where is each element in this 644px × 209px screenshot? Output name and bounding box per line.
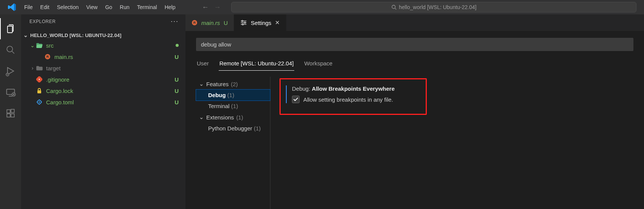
tree-file-cargo-lock[interactable]: Cargo.lock U — [21, 85, 185, 96]
highlight-annotation: Debug: Allow Breakpoints Everywhere Allo… — [280, 78, 427, 115]
chevron-down-icon: ⌄ — [29, 42, 36, 48]
git-status-badge: U — [224, 20, 228, 26]
settings-toc: ⌄ Features (2) Debug (1) Terminal (1) ⌄ — [185, 77, 270, 209]
search-icon — [391, 5, 397, 10]
chevron-right-icon: › — [29, 65, 36, 71]
svg-rect-11 — [7, 110, 10, 113]
setting-description: Allow setting breakpoints in any file. — [303, 96, 393, 103]
editor-group: R main.rs U Settings ✕ User Remote [WSL:… — [185, 14, 644, 209]
toc-item-terminal[interactable]: Terminal (1) — [196, 101, 270, 111]
svg-point-5 — [7, 74, 8, 75]
toc-group-features[interactable]: ⌄ Features (2) — [196, 78, 270, 90]
menu-selection[interactable]: Selection — [53, 2, 83, 12]
file-tree: ⌄ src R main.rs U › — [21, 40, 185, 108]
git-file-icon — [36, 76, 43, 82]
activity-search-icon[interactable] — [0, 39, 21, 60]
tree-folder-src[interactable]: ⌄ src — [21, 40, 185, 51]
tab-main-rs[interactable]: R main.rs U — [185, 14, 234, 31]
svg-line-3 — [12, 51, 14, 54]
setting-checkbox[interactable] — [292, 96, 300, 103]
git-status-badge: U — [175, 99, 179, 105]
close-tab-icon[interactable]: ✕ — [275, 19, 280, 26]
settings-results: Debug: Allow Breakpoints Everywhere Allo… — [270, 77, 644, 209]
menu-edit[interactable]: Edit — [37, 2, 53, 12]
settings-tab-icon — [240, 19, 247, 26]
menu-run[interactable]: Run — [116, 2, 133, 12]
svg-rect-12 — [7, 114, 10, 117]
activity-remote-icon[interactable] — [0, 82, 21, 103]
tree-label: .gitignore — [46, 76, 175, 83]
folder-open-icon — [36, 43, 43, 48]
scope-tab-user[interactable]: User — [196, 58, 210, 71]
menu-bar: File Edit Selection View Go Run Terminal… — [20, 2, 179, 12]
activity-explorer-icon[interactable] — [0, 18, 21, 39]
scope-tab-workspace[interactable]: Workspace — [303, 58, 333, 71]
setting-title: Debug: Allow Breakpoints Everywhere — [292, 85, 418, 92]
git-status-badge: U — [175, 88, 179, 94]
chevron-down-icon: ⌄ — [199, 114, 204, 121]
tree-file-cargo-toml[interactable]: Cargo.toml U — [21, 96, 185, 108]
svg-text:R: R — [46, 55, 49, 59]
rust-file-icon: R — [192, 20, 198, 26]
tree-label: main.rs — [54, 54, 175, 60]
toc-item-python-debugger[interactable]: Python Debugger (1) — [196, 123, 270, 134]
git-status-badge: U — [175, 76, 179, 83]
svg-rect-14 — [11, 109, 14, 113]
scope-tab-remote[interactable]: Remote [WSL: Ubuntu-22.04] — [219, 58, 295, 71]
editor-tabs: R main.rs U Settings ✕ — [185, 14, 644, 31]
activity-extensions-icon[interactable] — [0, 103, 21, 124]
tree-label: src — [46, 42, 176, 49]
menu-file[interactable]: File — [20, 2, 37, 12]
nav-arrows: ← → — [202, 3, 221, 11]
svg-point-0 — [392, 5, 395, 9]
gear-file-icon — [36, 99, 43, 105]
tree-file-gitignore[interactable]: .gitignore U — [21, 74, 185, 85]
nav-forward-icon[interactable]: → — [214, 3, 221, 11]
setting-allow-breakpoints-everywhere: Debug: Allow Breakpoints Everywhere Allo… — [286, 85, 418, 103]
toc-item-debug[interactable]: Debug (1) — [196, 90, 270, 101]
tab-settings[interactable]: Settings ✕ — [234, 14, 286, 31]
command-center-text: hello_world [WSL: Ubuntu-22.04] — [399, 4, 476, 10]
svg-rect-19 — [37, 90, 41, 93]
folder-icon — [36, 65, 43, 71]
git-status-badge: U — [175, 54, 179, 60]
command-center[interactable]: hello_world [WSL: Ubuntu-22.04] — [231, 2, 636, 12]
vscode-logo-icon — [8, 3, 17, 12]
tree-folder-target[interactable]: › target — [21, 62, 185, 74]
svg-point-2 — [7, 46, 12, 52]
svg-line-1 — [395, 8, 397, 10]
svg-text:R: R — [193, 21, 196, 25]
chevron-down-icon: ⌄ — [23, 32, 28, 38]
menu-view[interactable]: View — [82, 2, 101, 12]
explorer-more-icon[interactable]: ··· — [171, 17, 179, 25]
menu-help[interactable]: Help — [161, 2, 179, 12]
menu-go[interactable]: Go — [101, 2, 116, 12]
tree-label: target — [46, 65, 179, 71]
tab-label: Settings — [251, 20, 271, 26]
svg-point-31 — [242, 20, 243, 22]
svg-point-21 — [39, 101, 40, 103]
activity-run-debug-icon[interactable] — [0, 60, 21, 82]
svg-rect-13 — [11, 114, 14, 117]
nav-back-icon[interactable]: ← — [202, 3, 208, 11]
explorer-sidebar: EXPLORER ··· ⌄ HELLO_WORLD [WSL: UBUNTU-… — [21, 14, 185, 209]
chevron-down-icon: ⌄ — [199, 81, 204, 87]
explorer-folder-name: HELLO_WORLD [WSL: UBUNTU-22.04] — [30, 33, 121, 38]
explorer-title: EXPLORER — [29, 19, 56, 24]
menu-terminal[interactable]: Terminal — [133, 2, 161, 12]
title-bar: File Edit Selection View Go Run Terminal… — [0, 0, 644, 14]
tree-label: Cargo.toml — [46, 99, 175, 105]
svg-point-33 — [242, 24, 243, 25]
settings-search-input[interactable] — [196, 38, 633, 51]
settings-scope-tabs: User Remote [WSL: Ubuntu-22.04] Workspac… — [185, 58, 644, 71]
tree-label: Cargo.lock — [46, 88, 175, 94]
git-modified-dot-icon — [176, 44, 179, 47]
tab-label: main.rs — [201, 20, 220, 26]
toc-group-extensions[interactable]: ⌄ Extensions (1) — [196, 111, 270, 123]
explorer-folder-header[interactable]: ⌄ HELLO_WORLD [WSL: UBUNTU-22.04] — [21, 31, 185, 40]
tree-file-main-rs[interactable]: R main.rs U — [21, 51, 185, 62]
lock-file-icon — [36, 88, 43, 94]
rust-file-icon: R — [44, 54, 51, 60]
settings-editor: User Remote [WSL: Ubuntu-22.04] Workspac… — [185, 31, 644, 209]
svg-point-18 — [39, 79, 40, 80]
